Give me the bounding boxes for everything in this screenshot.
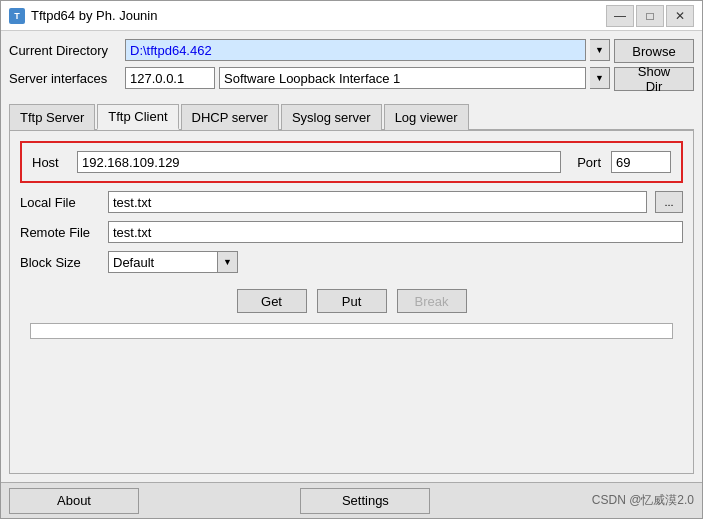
current-dir-label: Current Directory (9, 43, 119, 58)
local-file-input[interactable] (108, 191, 647, 213)
tab-dhcp-server[interactable]: DHCP server (181, 104, 279, 130)
showdir-button[interactable]: Show Dir (614, 67, 694, 91)
server-ifaces-row: Server interfaces Software Loopback Inte… (9, 67, 610, 89)
blocksize-select-wrap: Default 512 1024 1428 8192 ▼ (108, 251, 238, 273)
main-content: Browse Show Dir Current Directory ▼ Serv… (1, 31, 702, 482)
progress-bar (30, 323, 673, 339)
server-ifaces-label: Server interfaces (9, 71, 119, 86)
remote-file-input[interactable] (108, 221, 683, 243)
port-input[interactable] (611, 151, 671, 173)
app-icon: T (9, 8, 25, 24)
blocksize-select[interactable]: Default 512 1024 1428 8192 (108, 251, 218, 273)
host-input[interactable] (77, 151, 561, 173)
maximize-button[interactable]: □ (636, 5, 664, 27)
put-button[interactable]: Put (317, 289, 387, 313)
remote-file-row: Remote File (20, 221, 683, 243)
server-iface-dropdown[interactable]: ▼ (590, 67, 610, 89)
tab-syslog-server[interactable]: Syslog server (281, 104, 382, 130)
current-dir-input[interactable] (125, 39, 586, 61)
break-button[interactable]: Break (397, 289, 467, 313)
titlebar-buttons: — □ ✕ (606, 5, 694, 27)
local-file-row: Local File ... (20, 191, 683, 213)
blocksize-label: Block Size (20, 255, 100, 270)
local-file-browse-button[interactable]: ... (655, 191, 683, 213)
browse-button[interactable]: Browse (614, 39, 694, 63)
top-rows: Current Directory ▼ Server interfaces So… (9, 39, 694, 89)
server-iface-ip-input[interactable] (125, 67, 215, 89)
tabs-bar: Tftp Server Tftp Client DHCP server Sysl… (9, 103, 694, 131)
bottom-bar: About Settings CSDN @忆威漠2.0 (1, 482, 702, 518)
actions-row: Get Put Break (20, 289, 683, 313)
main-window: T Tftpd64 by Ph. Jounin — □ ✕ Browse Sho… (0, 0, 703, 519)
top-section: Browse Show Dir Current Directory ▼ Serv… (9, 39, 694, 95)
local-file-label: Local File (20, 195, 100, 210)
titlebar-left: T Tftpd64 by Ph. Jounin (9, 8, 157, 24)
tab-tftp-client[interactable]: Tftp Client (97, 104, 178, 130)
host-port-box: Host Port (20, 141, 683, 183)
settings-button[interactable]: Settings (300, 488, 430, 514)
tab-tftp-server[interactable]: Tftp Server (9, 104, 95, 130)
server-iface-desc: Software Loopback Interface 1 (219, 67, 586, 89)
current-dir-dropdown[interactable]: ▼ (590, 39, 610, 61)
bottom-center: Settings (139, 488, 592, 514)
titlebar: T Tftpd64 by Ph. Jounin — □ ✕ (1, 1, 702, 31)
watermark: CSDN @忆威漠2.0 (592, 492, 694, 509)
about-button[interactable]: About (9, 488, 139, 514)
tab-panel-tftp-client: Host Port Local File ... Remote File Blo… (9, 131, 694, 474)
current-dir-row: Current Directory ▼ (9, 39, 610, 61)
minimize-button[interactable]: — (606, 5, 634, 27)
port-label: Port (571, 155, 601, 170)
server-ifaces-input-wrap: Software Loopback Interface 1 ▼ (125, 67, 610, 89)
window-title: Tftpd64 by Ph. Jounin (31, 8, 157, 23)
blocksize-dropdown-arrow[interactable]: ▼ (218, 251, 238, 273)
host-label: Host (32, 155, 67, 170)
close-button[interactable]: ✕ (666, 5, 694, 27)
current-dir-input-wrap: ▼ (125, 39, 610, 61)
get-button[interactable]: Get (237, 289, 307, 313)
tab-log-viewer[interactable]: Log viewer (384, 104, 469, 130)
remote-file-label: Remote File (20, 225, 100, 240)
blocksize-row: Block Size Default 512 1024 1428 8192 ▼ (20, 251, 683, 273)
